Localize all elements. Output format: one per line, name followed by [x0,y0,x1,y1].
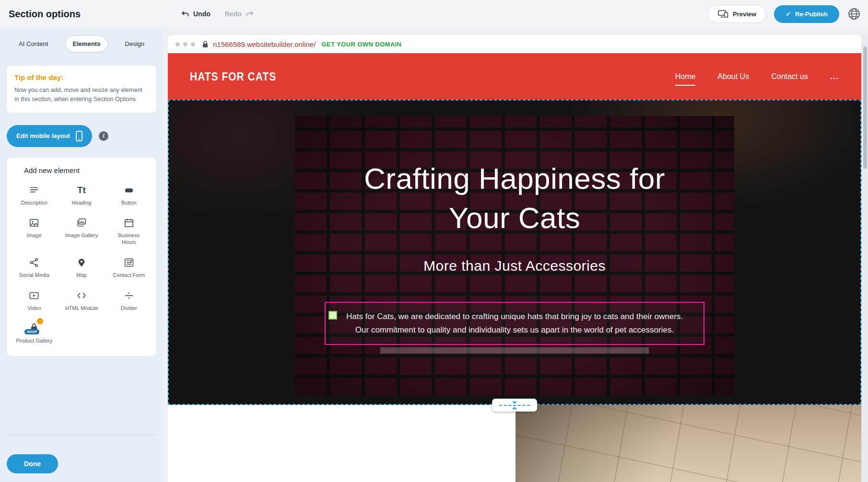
resize-dash-line [499,405,530,406]
site-header: HATS FOR CATS Home About Us Contact us .… [168,53,861,100]
republish-button[interactable]: ✓ Re-Publish [774,5,839,23]
sidebar-tabs: AI Content Elements Design [0,28,163,52]
nav-more-menu[interactable]: ... [830,72,839,81]
element-heading[interactable]: Tt Heading [58,184,106,207]
edit-mobile-row: Edit mobile layout i [7,125,156,147]
element-drag-handle[interactable] [328,311,337,320]
nav-contact-us[interactable]: Contact us [771,72,808,81]
element-product-gallery[interactable]: SHOP ↑ Product Gallery [11,322,58,344]
window-dot [176,42,180,46]
element-button[interactable]: Button [105,184,152,207]
preview-button[interactable]: Preview [708,5,766,23]
window-dot [191,42,195,46]
element-grid: Description Tt Heading Button Image [11,184,152,345]
redo-icon [246,11,254,17]
map-pin-icon [76,256,87,269]
tip-of-the-day-card: Tip of the day: Now you can add, move an… [7,66,156,113]
site-canvas: HATS FOR CATS Home About Us Contact us .… [168,53,861,482]
tab-ai-content[interactable]: AI Content [12,36,55,52]
get-domain-link[interactable]: GET YOUR OWN DOMAIN [321,41,401,48]
floor-photo [516,405,861,482]
undo-redo-group: Undo Redo [181,10,254,18]
section-resize-handle[interactable] [492,399,537,412]
element-video[interactable]: Video [11,289,58,312]
element-html-module[interactable]: HTML Module [58,289,106,312]
element-map[interactable]: Map [58,256,106,279]
hero-content: Crafting Happiness for Your Cats More th… [169,101,860,404]
hero-paragraph-selected[interactable]: Hats for Cats, we are dedicated to craft… [325,302,704,345]
element-divider[interactable]: Divider [105,289,152,312]
add-element-title: Add new element [24,166,152,174]
topbar: Section options Undo Redo Preview ✓ Re-P… [0,0,868,28]
redo-button[interactable]: Redo [225,10,254,18]
phone-icon [76,131,82,141]
check-icon: ✓ [786,11,791,18]
upgrade-badge-icon: ↑ [37,318,43,324]
tab-design[interactable]: Design [118,36,152,52]
business-hours-icon [124,217,134,229]
devices-icon [718,10,728,18]
divider-icon [123,289,135,302]
site-nav: Home About Us Contact us ... [675,72,839,81]
undo-icon [181,11,189,17]
hero-section-selected[interactable]: Crafting Happiness for Your Cats More th… [168,100,861,405]
site-url: n1566589.websitebuilder.online/ [213,40,316,48]
tab-elements[interactable]: Elements [65,35,108,52]
undo-button[interactable]: Undo [181,10,211,18]
heading-icon: Tt [77,184,86,196]
element-social-media[interactable]: Social Media [11,256,58,279]
resize-arrow-down-icon [512,402,517,404]
info-icon[interactable]: i [99,131,108,141]
button-icon [123,184,135,196]
lock-icon [202,40,209,48]
window-dots [176,42,195,46]
paragraph-ghost-overlay [380,347,649,354]
hero-subheading[interactable]: More than Just Accessories [423,258,606,274]
browser-chrome-bar: n1566589.websitebuilder.online/ GET YOUR… [168,35,861,53]
topbar-actions: Preview ✓ Re-Publish [708,5,861,23]
hero-heading[interactable]: Crafting Happiness for Your Cats [330,159,699,238]
page-title: Section options [9,9,81,20]
element-business-hours[interactable]: Business Hours [105,217,152,246]
preview-area: n1566589.websitebuilder.online/ GET YOUR… [163,28,868,482]
video-icon [28,289,40,302]
scrollbar [862,35,868,482]
contact-form-icon [124,256,134,269]
hero-paragraph-text: Hats for Cats, we are dedicated to craft… [339,310,690,337]
shop-badge: SHOP [24,329,39,334]
edit-mobile-layout-button[interactable]: Edit mobile layout [7,125,92,147]
element-contact-form[interactable]: Contact Form [105,256,152,279]
add-element-panel: Add new element Description Tt Heading B… [7,158,156,356]
globe-icon[interactable] [847,7,861,21]
shopping-bag-icon: SHOP ↑ [28,322,40,334]
sidebar: AI Content Elements Design Tip of the da… [0,28,163,482]
element-image-gallery[interactable]: Image Gallery [58,217,106,246]
scrollbar-thumb[interactable] [863,46,867,169]
tip-title: Tip of the day: [14,73,149,81]
social-media-icon [29,256,39,269]
tip-body: Now you can add, move and resize any ele… [14,86,149,104]
nav-home[interactable]: Home [675,72,696,81]
done-button[interactable]: Done [7,454,58,473]
image-icon [29,217,39,229]
resize-arrow-up-icon [512,407,517,409]
nav-about-us[interactable]: About Us [717,72,749,81]
next-section-preview [168,405,861,482]
element-description[interactable]: Description [11,184,58,207]
code-icon [76,289,87,302]
site-logo[interactable]: HATS FOR CATS [190,70,276,83]
description-icon [29,184,39,196]
element-image[interactable]: Image [11,217,58,246]
image-gallery-icon [76,217,87,229]
window-dot [183,42,188,46]
sidebar-divider [8,435,155,435]
